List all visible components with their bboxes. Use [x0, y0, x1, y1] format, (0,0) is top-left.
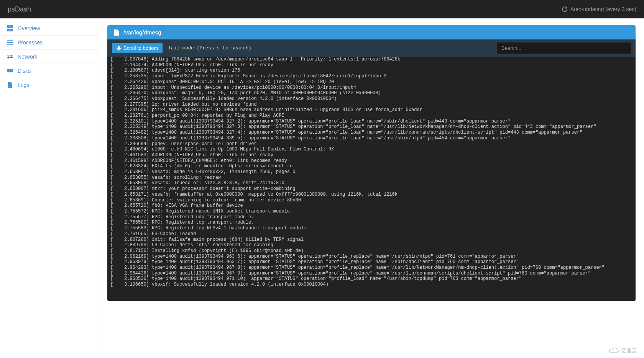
hdd-icon: [7, 68, 13, 74]
sidebar-item-label: Disks: [18, 68, 31, 74]
panel-toolbar: Scroll to bottom Tail mode (Press s to s…: [107, 39, 636, 57]
arrow-down-icon: [117, 46, 121, 51]
refresh-icon: [562, 7, 567, 12]
svg-rect-1: [10, 25, 13, 28]
list-icon: [7, 39, 13, 46]
file-icon: [7, 82, 13, 88]
auto-update-text: Auto-updating (every 3 sec): [570, 6, 636, 12]
svg-point-8: [12, 70, 12, 71]
brand[interactable]: psDash: [8, 5, 31, 13]
svg-rect-2: [7, 29, 10, 31]
scroll-to-bottom-button[interactable]: Scroll to bottom: [112, 43, 163, 53]
cloud-icon: [609, 347, 619, 354]
svg-rect-3: [10, 29, 13, 31]
sidebar-item-label: Processes: [18, 39, 43, 46]
search-input[interactable]: [497, 43, 631, 54]
log-body[interactable]: [ 2.087046] Adding 786428k swap on /dev/…: [107, 57, 636, 301]
svg-rect-5: [7, 42, 13, 43]
svg-rect-0: [7, 25, 10, 28]
auto-update-status[interactable]: Auto-updating (every 3 sec): [562, 6, 636, 12]
sidebar-item-processes[interactable]: Processes: [0, 36, 97, 50]
transfer-icon: [7, 54, 13, 60]
file-icon: [113, 29, 120, 36]
sidebar: Overview Processes Network Disks Logs: [0, 18, 97, 358]
watermark: 亿速云: [609, 347, 637, 354]
grid-icon: [7, 25, 13, 31]
svg-rect-6: [7, 44, 13, 45]
panel-title: /var/log/dmesg: [123, 29, 161, 36]
svg-rect-4: [7, 40, 13, 41]
panel-header: /var/log/dmesg: [107, 25, 636, 39]
log-panel: /var/log/dmesg Scroll to bottom Tail mod…: [107, 25, 636, 301]
sidebar-item-label: Network: [18, 54, 37, 60]
sidebar-item-network[interactable]: Network: [0, 50, 97, 64]
tail-mode-hint: Tail mode (Press s to search): [168, 46, 251, 51]
sidebar-item-overview[interactable]: Overview: [0, 21, 97, 36]
sidebar-item-disks[interactable]: Disks: [0, 64, 97, 78]
sidebar-item-label: Overview: [18, 25, 40, 31]
log-content: [ 2.087046] Adding 786428k swap on /dev/…: [107, 57, 636, 288]
sidebar-item-label: Logs: [18, 82, 29, 88]
scroll-btn-label: Scroll to bottom: [123, 45, 158, 51]
watermark-text: 亿速云: [621, 347, 637, 354]
topbar: psDash Auto-updating (every 3 sec): [0, 0, 644, 18]
sidebar-item-logs[interactable]: Logs: [0, 78, 97, 92]
